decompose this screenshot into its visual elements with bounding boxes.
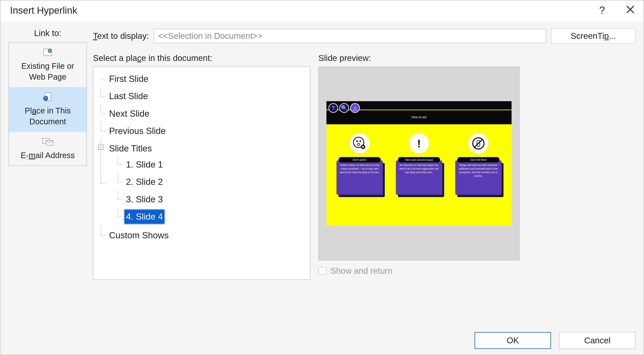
ok-button[interactable]: OK: [474, 332, 551, 349]
link-to-item-line2: Web Page: [29, 71, 66, 82]
link-to-label: Link to:: [34, 28, 61, 38]
help-button[interactable]: ?: [598, 5, 606, 16]
existing-file-icon: [41, 46, 54, 59]
tree-slide-4[interactable]: 4. Slide 4: [114, 208, 306, 225]
tree-next-slide[interactable]: Next Slide: [98, 105, 306, 122]
link-to-email-address[interactable]: E-mail Address: [9, 132, 86, 166]
tree-slide-titles[interactable]: − Slide Titles 1. Slide 1 2. Slide 2 3. …: [98, 140, 306, 227]
place-in-document-icon: [41, 91, 54, 104]
tree-slide-1[interactable]: 1. Slide 1: [114, 156, 306, 173]
tree-previous-slide[interactable]: Previous Slide: [98, 122, 306, 140]
tree-last-slide[interactable]: Last Slide: [98, 87, 306, 105]
thumb-card-3: Don't kill them Wasps and bees are both …: [451, 133, 506, 197]
svg-point-9: [360, 140, 361, 142]
slide-preview-box: ? 🔍 △ How to act Don't panic!: [318, 66, 520, 261]
screentip-button[interactable]: ScreenTip...: [551, 28, 636, 44]
select-place-label: Select a place in this document:: [93, 53, 310, 63]
magnify-icon: 🔍: [339, 103, 349, 113]
svg-point-8: [356, 140, 358, 142]
link-to-list: Existing File or Web Page Place in This …: [8, 42, 87, 166]
show-and-return-label: Show and return: [330, 266, 392, 276]
link-to-item-line2: Document: [30, 116, 66, 127]
cancel-button[interactable]: Cancel: [559, 332, 636, 349]
collapse-icon[interactable]: −: [98, 145, 104, 150]
thumb-card-2-body: It's important to note that wasps can te…: [396, 160, 442, 195]
dialog-body: Link to: Existing File or Web Page Place…: [0, 22, 644, 355]
slide-preview-column: Slide preview: ? 🔍 △ How to act: [318, 53, 636, 349]
thumb-nav-icons: ? 🔍 △: [328, 103, 360, 113]
link-to-existing-file[interactable]: Existing File or Web Page: [9, 42, 86, 87]
thumb-card-1: Don't panic! Neither wasps nor bees tend…: [332, 133, 387, 197]
link-to-item-line1: Place in This: [25, 105, 71, 116]
panic-face-icon: [350, 133, 370, 153]
link-to-item-line1: E-mail Address: [21, 150, 75, 161]
dialog-title: Insert Hyperlink: [10, 5, 77, 16]
titlebar: Insert Hyperlink ?: [0, 0, 644, 22]
show-and-return-checkbox: Show and return: [318, 266, 636, 276]
mid-row: Select a place in this document: First S…: [93, 53, 636, 349]
tree-slide-2[interactable]: 2. Slide 2: [114, 173, 306, 190]
link-to-column: Link to: Existing File or Web Page Place…: [8, 28, 87, 349]
right-column: Text to display: <<Selection in Document…: [93, 28, 636, 349]
close-icon: [626, 5, 635, 14]
exclamation-icon: !: [409, 133, 429, 153]
text-to-display-label: Text to display:: [93, 31, 149, 41]
question-icon: ?: [328, 103, 338, 113]
text-to-display-row: Text to display: <<Selection in Document…: [93, 28, 636, 44]
thumb-card-1-pill: Don't panic!: [338, 157, 381, 163]
titlebar-controls: ?: [598, 4, 636, 16]
thumb-card-2-pill: Take care around wasps: [398, 157, 440, 163]
link-to-place-in-document[interactable]: Place in This Document: [9, 87, 86, 132]
slide-preview-label: Slide preview:: [318, 53, 636, 63]
link-to-item-line1: Existing File or: [21, 60, 74, 71]
thumb-cards: Don't panic! Neither wasps nor bees tend…: [332, 133, 506, 197]
select-place-column: Select a place in this document: First S…: [93, 53, 310, 349]
thumb-card-3-pill: Don't kill them: [457, 157, 500, 163]
dialog-footer: OK Cancel: [474, 332, 636, 349]
warning-icon: △: [350, 103, 360, 113]
place-tree[interactable]: First Slide Last Slide Next Slide Previo…: [93, 66, 310, 280]
close-button[interactable]: [624, 4, 636, 16]
tree-slide-3[interactable]: 3. Slide 3: [114, 191, 306, 208]
no-kill-icon: [468, 133, 488, 153]
tree-custom-shows[interactable]: Custom Shows: [98, 227, 306, 244]
text-to-display-field[interactable]: <<Selection in Document>>: [154, 29, 546, 43]
slide-thumbnail: ? 🔍 △ How to act Don't panic!: [326, 101, 512, 226]
email-address-icon: [41, 135, 54, 148]
thumb-card-1-body: Neither wasps nor bees tend to sting unl…: [336, 160, 383, 195]
tree-first-slide[interactable]: First Slide: [98, 70, 306, 87]
svg-point-2: [49, 50, 50, 51]
insert-hyperlink-dialog: Insert Hyperlink ? Link to: Existing Fil…: [0, 0, 644, 355]
checkbox-icon: [318, 267, 326, 275]
thumb-card-2: ! Take care around wasps It's important …: [392, 133, 446, 197]
thumb-card-3-body: Wasps and bees are both important pollin…: [455, 160, 502, 195]
